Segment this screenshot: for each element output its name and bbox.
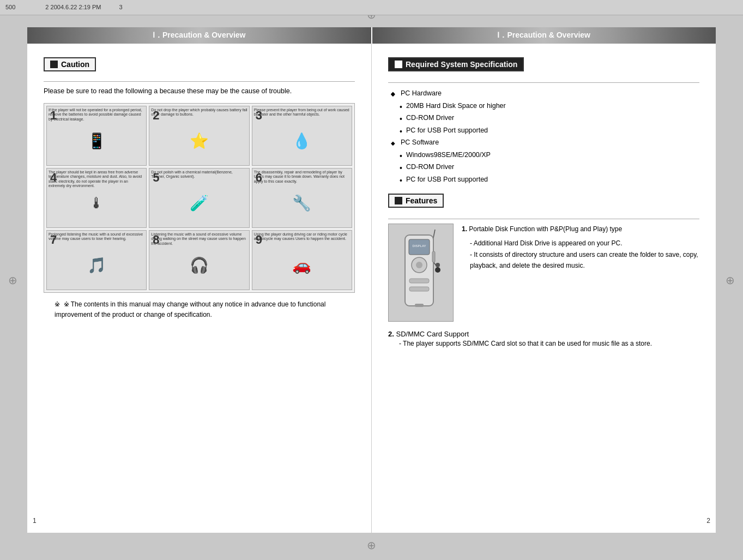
reg-mark-right: ⊕ xyxy=(726,274,735,287)
spec-item-pc-hardware: ◆ PC Hardware xyxy=(391,87,699,100)
sd-sub-1: - The player supports SD/MMC Card slot s… xyxy=(399,340,652,347)
cell-text-4: The player should be kept in areas free … xyxy=(49,170,144,189)
cell-text-1: If the player will not be operated for a… xyxy=(49,108,144,122)
cell-text-3: Please prevent the player from being out… xyxy=(254,108,350,117)
page-num-right: 2 xyxy=(706,517,710,525)
top-bar: 500 2 2004.6.22 2:19 PM 3 xyxy=(0,0,743,15)
notice-symbol: ※ xyxy=(55,300,64,308)
features-text-area: 1. Portable Disk Function with P&P(Plug … xyxy=(462,224,699,322)
caution-image-grid: If the player will not be operated for a… xyxy=(44,103,355,293)
grid-cell-6: The disassembly, repair and remodeling o… xyxy=(252,168,352,228)
svg-point-9 xyxy=(416,262,422,268)
feature-1-sub: - Additional Hard Disk Drive is appeared… xyxy=(462,238,699,271)
features-content: DISPLAY 1. Portable Disk Function with P… xyxy=(388,224,699,322)
grid-cell-3: Please prevent the player from being out… xyxy=(252,106,352,166)
page-num-left: 1 xyxy=(33,517,37,525)
sd-text: SD/MMC Card Support xyxy=(396,330,469,338)
cell-text-7: Prolonged listening the music with a sou… xyxy=(49,232,144,242)
left-header: Ⅰ．Precaution & Overview xyxy=(27,27,371,44)
reg-mark-left: ⊕ xyxy=(8,274,17,287)
spec-list: ◆ PC Hardware • 20MB Hard Disk Space or … xyxy=(388,87,699,185)
right-page: Required System Specification ◆ PC Hardw… xyxy=(372,27,716,533)
svg-point-2 xyxy=(435,267,440,273)
feature-1-sub-2: - It consists of directory structure and… xyxy=(470,249,699,272)
grid-cell-4: The player should be kept in areas free … xyxy=(46,168,147,228)
spec-pc-hardware-text: PC Hardware xyxy=(401,89,442,97)
feature-1-text: Portable Disk Function with P&P(Plug and… xyxy=(469,225,622,233)
feature-1-sub-1: - Additional Hard Disk Drive is appeared… xyxy=(470,238,699,249)
req-black-square xyxy=(395,61,402,68)
grid-cell-9: Using the player during driving car or r… xyxy=(252,230,352,290)
req-spec-label: Required System Specification xyxy=(406,60,517,69)
svg-point-3 xyxy=(436,263,440,267)
reg-mark-bottom: ⊕ xyxy=(367,539,376,552)
caution-text: Please be sure to read the following a b… xyxy=(44,86,355,97)
left-page: Caution Please be sure to read the follo… xyxy=(27,27,372,533)
svg-rect-12 xyxy=(415,304,424,307)
features-black-square xyxy=(395,197,402,204)
spec-item-usb2: • PC for USB Port supported xyxy=(391,173,699,186)
feature-1: 1. Portable Disk Function with P&P(Plug … xyxy=(462,224,699,234)
sd-section: 2. SD/MMC Card Support - The player supp… xyxy=(388,330,699,350)
notice-body: ※ The contents in this manual may change… xyxy=(55,300,325,318)
cell-text-9: Using the player during driving car or r… xyxy=(254,232,350,242)
grid-cell-2: Do not drop the player which probably ca… xyxy=(149,106,249,166)
svg-text:DISPLAY: DISPLAY xyxy=(413,244,426,248)
grid-cell-5: Do not polish with a chemical material(B… xyxy=(149,168,249,228)
page-inner: Ⅰ．Precaution & Overview Ⅰ．Precaution & O… xyxy=(27,27,716,533)
grid-cell-1: If the player will not be operated for a… xyxy=(46,106,147,166)
cell-text-5: Do not polish with a chemical material(B… xyxy=(151,170,247,179)
req-spec-header: Required System Specification xyxy=(388,57,524,71)
caution-header: Caution xyxy=(44,57,96,71)
right-header: Ⅰ．Precaution & Overview xyxy=(371,27,716,44)
spec-item-hdd: • 20MB Hard Disk Space or higher xyxy=(391,100,699,112)
svg-rect-13 xyxy=(432,251,435,262)
spec-item-windows: • Windows98SE/ME/2000/XP xyxy=(391,149,699,161)
spec-item-cdrom2: • CD-ROM Driver xyxy=(391,161,699,173)
grid-cell-8: Listening the music with a sound of exce… xyxy=(149,230,249,290)
notice-text: ※ ※ The contents in this manual may chan… xyxy=(44,299,355,320)
cell-text-6: The disassembly, repair and remodeling o… xyxy=(254,170,350,184)
device-svg: DISPLAY xyxy=(389,224,454,322)
spec-item-pc-software: ◆ PC Software xyxy=(391,136,699,149)
caution-label: Caution xyxy=(61,60,89,69)
grid-cell-7: Prolonged listening the music with a sou… xyxy=(46,230,147,290)
cell-text-2: Do not drop the player which probably ca… xyxy=(151,108,247,117)
svg-rect-11 xyxy=(409,287,429,291)
spec-item-usb1: • PC for USB Port supported xyxy=(391,124,699,137)
features-header: Features xyxy=(388,194,444,208)
device-image: DISPLAY xyxy=(388,224,454,322)
svg-rect-10 xyxy=(409,279,429,283)
caution-black-square xyxy=(50,61,58,68)
sd-sub: - The player supports SD/MMC Card slot s… xyxy=(388,338,699,350)
top-bar-text: 500 2 2004.6.22 2:19 PM 3 xyxy=(5,3,123,11)
spec-item-cdrom1: • CD-ROM Driver xyxy=(391,112,699,124)
sd-num: 2. xyxy=(388,330,394,338)
cell-text-8: Listening the music with a sound of exce… xyxy=(151,232,247,246)
features-label: Features xyxy=(406,196,437,205)
feature-1-num: 1. xyxy=(462,225,467,233)
